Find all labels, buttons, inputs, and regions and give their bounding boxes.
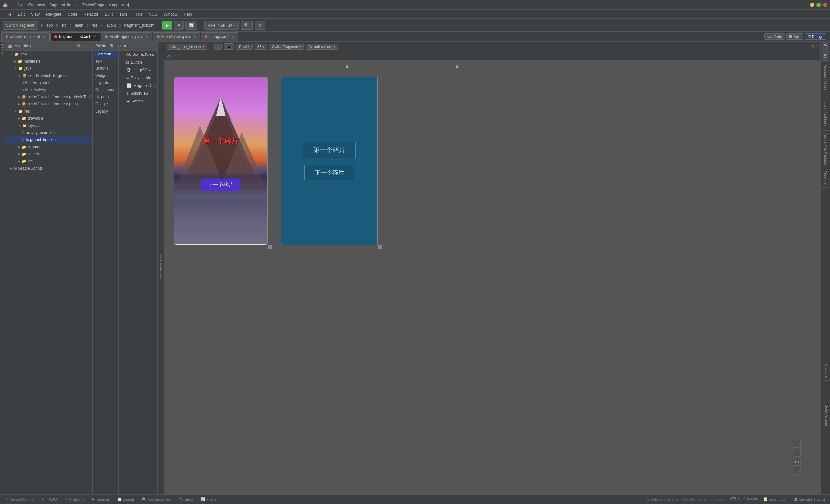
search-button[interactable]: 🔍 [241,21,253,30]
code-view-tab[interactable]: </> Code [764,33,785,39]
window-controls[interactable] [810,3,827,7]
terminal-tab[interactable]: ▶ Terminal [90,497,111,502]
tree-fragment-first-xml[interactable]: X fragment_first.xml [5,136,92,144]
menu-navigate[interactable]: Navigate [43,11,64,17]
tree-app[interactable]: ▼ 📁 app [5,51,92,58]
menu-vcs[interactable]: VCS [147,11,160,17]
tablet-button[interactable]: 📱 [224,43,234,50]
palette-item-fragment[interactable]: ⬜ FragmentC... [119,82,157,90]
tree-xml[interactable]: ▶ 📁 xml [5,158,92,165]
palette-item-button[interactable]: □ Button [119,58,157,66]
component-tree-panel[interactable]: Component Tree [158,41,164,494]
close-icon-active[interactable]: ✕ [93,35,96,38]
menu-view[interactable]: View [29,11,42,17]
api-selector[interactable]: 33 ▾ [255,44,267,50]
blueprint-resize-handle[interactable] [378,245,382,249]
tree-activity-main-xml[interactable]: X activity_main.xml [5,129,92,136]
tab-strings-xml[interactable]: strings.xml ✕ [201,32,238,41]
tree-java[interactable]: ▼ 📁 java [5,65,92,72]
tree-first-fragment[interactable]: J FirstFragment [5,79,92,86]
blueprint-button[interactable]: 下一个碎片 [305,165,354,180]
palette-cat-layouts[interactable]: Layouts [93,79,118,86]
menu-code[interactable]: Code [65,11,80,17]
emulator-tab[interactable]: Emulator [822,168,829,188]
phone-button[interactable]: 下一个碎片 [201,179,240,191]
menu-tools[interactable]: Tools [131,11,145,17]
menu-refactor[interactable]: Refactor [81,11,101,17]
tab-fragment-first[interactable]: fragment_first.xml ✕ [50,32,100,41]
build-variants-tab[interactable]: Build Variants [824,402,830,430]
tab-first-fragment-java[interactable]: FirstFragment.java ✕ [101,32,152,41]
palette-cat-widgets[interactable]: Widgets [93,72,118,79]
minimize-button[interactable] [810,3,815,7]
tree-res[interactable]: ▼ 📁 res [5,108,92,115]
split-view-tab[interactable]: ⊞ Split [786,33,803,39]
orientation-button[interactable]: ↕ [214,44,222,50]
menu-build[interactable]: Build [102,11,116,17]
stop-button[interactable]: ■ [174,21,184,30]
profiler-tab[interactable]: 📊 Profiler [198,497,220,502]
layout-validation-tab[interactable]: Layout Validation [822,98,829,131]
palette-item-textview[interactable]: Ab Ab TextView [119,51,157,58]
design-view-tab[interactable]: ◱ Design [805,33,826,39]
palette-cat-helpers[interactable]: Helpers [93,93,118,100]
device-file-explorer-tab[interactable]: Device File Explorer [822,131,829,168]
palette-item-imageview[interactable]: 🖼 ImageView [119,66,157,74]
palette-cat-legacy[interactable]: Legacy [93,108,118,115]
tree-manifests[interactable]: ▶ 📁 manifests [5,58,92,65]
version-control-tab[interactable]: ⎇ Version Control [3,497,36,502]
resource-manager-tab[interactable]: Resource Manager [822,62,829,98]
warning-icon[interactable]: ⚠ [811,44,815,49]
problems-tab[interactable]: ⚠ Problems [63,497,86,502]
attributes-tab[interactable]: Attributes [822,41,829,62]
tree-layout[interactable]: ▼ 📁 layout [5,122,92,129]
app-inspection-tab[interactable]: 🔍 App Inspection [140,497,173,502]
zoom-fit-button[interactable]: 1:1 [793,458,801,466]
palette-cat-containers[interactable]: Containers [93,86,118,93]
tree-main-activity[interactable]: J MainActivity [5,86,92,93]
resize-handle[interactable] [268,245,272,249]
close-icon[interactable]: ✕ [43,35,45,39]
palette-cat-buttons[interactable]: Buttons [93,65,118,72]
device-selector[interactable]: Pixel 4 API 33 ▾ [204,21,238,30]
gear-icon[interactable]: ⚙ [77,44,81,48]
palette-cat-google[interactable]: Google [93,100,118,108]
settings-button[interactable]: ⚙ [255,21,265,30]
zoom-out-button[interactable]: – [793,449,801,456]
menu-help[interactable]: Help [181,11,195,17]
tab-main-activity-java[interactable]: MainActivity.java ✕ [153,32,200,41]
palette-item-scrollview[interactable]: ↕ ScrollView [119,90,157,97]
event-log-tab[interactable]: 📝 Event Log [762,497,788,502]
tree-drawable[interactable]: ▶ 📁 drawable [5,115,92,122]
title-bar-menu[interactable]: 🤖 [3,2,8,7]
build-tab[interactable]: 🔨 Build [177,497,195,502]
logcat-tab[interactable]: 📋 Logcat [116,497,136,502]
locale-selector[interactable]: Default (en-us) ▾ [306,44,338,50]
palette-search-icon[interactable]: 🔍 [110,44,115,48]
menu-edit[interactable]: Edit [15,11,27,17]
filter-icon[interactable]: ≡ [82,44,85,48]
tree-pkg-android-test[interactable]: ▶ 📦 net.drf.switch_fragment (androidTest… [5,93,92,100]
project-name-button[interactable]: SwitchFragment [3,21,38,30]
zoom-reset-button[interactable]: ⊡ [793,467,801,475]
palette-item-recyclerview[interactable]: ≡ RecyclerVie... [119,74,157,82]
tree-pkg[interactable]: ▼ 📦 net.drf.switch_fragment [5,72,92,79]
maximize-button[interactable] [817,3,821,7]
palette-close-icon[interactable]: ✕ [124,44,127,48]
close-icon-strings[interactable]: ✕ [231,35,234,39]
palette-cat-common[interactable]: Common [93,51,118,58]
close-button[interactable] [823,3,827,7]
android-dropdown-icon[interactable]: ▾ [30,44,31,48]
zoom-in-button[interactable]: + [793,440,801,447]
palette-file-dropdown[interactable]: X fragment_first.xml ▾ [167,44,208,50]
close-icon-java1[interactable]: ✕ [145,35,148,39]
collapse-icon[interactable]: ⊟ [87,44,90,48]
sync-button[interactable]: 🔄 [186,21,197,30]
run-button[interactable]: ▶ [162,21,172,30]
structure-tab[interactable]: Structure [824,360,830,381]
tree-mipmap[interactable]: ▶ 📁 mipmap [5,144,92,151]
layout-inspector-tab[interactable]: 🔬 Layout Inspector [791,497,827,502]
palette-settings-icon[interactable]: ⚙ [117,44,121,48]
tree-pkg-test[interactable]: ▶ 📦 net.drf.switch_fragment (test) [5,100,92,108]
tree-gradle[interactable]: ▶ G Gradle Scripts [5,165,92,172]
